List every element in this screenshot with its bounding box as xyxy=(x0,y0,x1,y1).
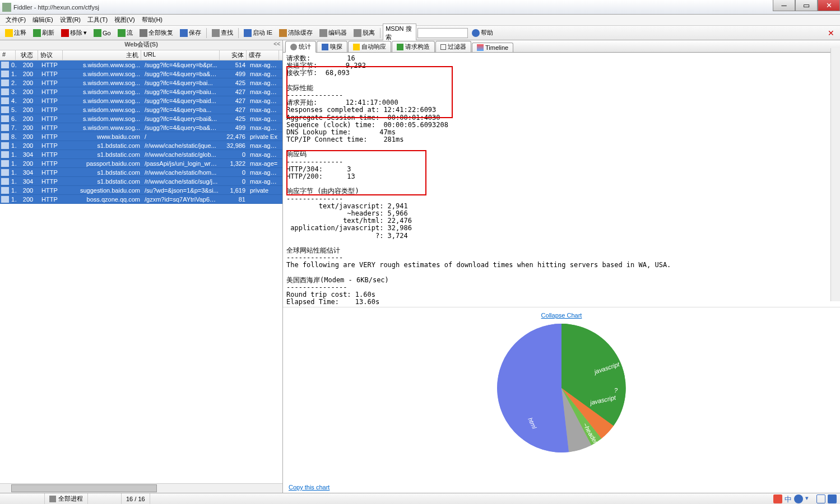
close-button[interactable]: ✕ xyxy=(818,0,840,11)
collapse-chart-link[interactable]: Collapse Chart xyxy=(541,312,582,319)
menu-tools[interactable]: 工具(T) xyxy=(84,16,111,24)
table-row[interactable]: 3200HTTPs.wisdom.www.sog.../sugg?ifc=4&q… xyxy=(0,87,282,96)
col-body[interactable]: 实体 xyxy=(220,50,247,60)
col-url[interactable]: URL xyxy=(141,50,220,60)
help-button[interactable]: 帮助 xyxy=(469,27,496,39)
find-icon xyxy=(212,29,220,37)
row-icon xyxy=(1,133,9,140)
status-icons: 中 ▾ xyxy=(773,494,840,503)
col-host[interactable]: 主机 xyxy=(63,50,141,60)
table-row[interactable]: 2200HTTPs.wisdom.www.sog.../sugg?ifc=4&q… xyxy=(0,78,282,87)
table-row[interactable]: 5200HTTPs.wisdom.www.sog.../sugg?ifc=4&q… xyxy=(0,105,282,114)
save-icon xyxy=(180,29,188,37)
status-count: 16 / 16 xyxy=(122,493,150,504)
composer-icon xyxy=(397,44,403,50)
clear-cache-icon xyxy=(279,29,287,37)
grid-header: # 状态 协议 主机 URL 实体 缓存 xyxy=(0,50,282,60)
sessions-grid[interactable]: # 状态 协议 主机 URL 实体 缓存 0200HTTPs.wisdom.ww… xyxy=(0,50,282,483)
statusbar: 全部进程 16 / 16 中 ▾ xyxy=(0,493,840,504)
row-icon xyxy=(1,142,9,149)
keyboard-icon[interactable] xyxy=(816,494,825,503)
table-row[interactable]: 0200HTTPs.wisdom.www.sog.../sugg?ifc=4&q… xyxy=(0,60,282,69)
row-icon xyxy=(1,178,9,185)
horizontal-scrollbar[interactable] xyxy=(0,483,282,493)
details-panel: 统计 嗅探 自动响应 请求构造 过滤器 Timeline 请求数: 16 发送字… xyxy=(283,40,840,493)
tab-timeline[interactable]: Timeline xyxy=(472,43,513,52)
help-icon xyxy=(472,29,480,37)
encoder-button[interactable]: 编码器 xyxy=(317,27,350,39)
decode-button[interactable]: 全部恢复 xyxy=(137,27,176,39)
tab-composer[interactable]: 请求构造 xyxy=(392,41,435,52)
red-icon[interactable] xyxy=(773,494,782,503)
launch-ie-button[interactable]: 启动 IE xyxy=(241,27,275,39)
statistics-text[interactable]: 请求数: 16 发送字节: 9,292 接收字节: 68,093 实际性能 --… xyxy=(283,53,840,307)
table-row[interactable]: 17200HTTPsuggestion.baidu.com/su?wd=&jso… xyxy=(0,186,282,195)
tab-filters[interactable]: 过滤器 xyxy=(435,41,471,52)
row-icon xyxy=(1,97,9,104)
menubar: 文件(F) 编辑(E) 设置(R) 工具(T) 视图(V) 帮助(H) xyxy=(0,15,840,26)
app-icon xyxy=(2,3,11,12)
decode-icon xyxy=(140,29,147,37)
maximize-button[interactable]: ▭ xyxy=(795,0,818,11)
table-row[interactable]: 8200HTTPwww.baidu.com/22,476private Ex xyxy=(0,132,282,141)
row-icon xyxy=(1,124,9,131)
status-allprocesses[interactable]: 全部进程 xyxy=(45,493,88,504)
remove-button[interactable]: 移除▾ xyxy=(58,27,90,39)
separator xyxy=(206,28,207,38)
col-protocol[interactable]: 协议 xyxy=(38,50,63,60)
go-icon xyxy=(94,29,101,37)
comment-icon xyxy=(5,29,13,37)
table-row[interactable]: 4200HTTPs.wisdom.www.sog.../sugg?ifc=4&q… xyxy=(0,96,282,105)
tab-autoresponder[interactable]: 自动响应 xyxy=(348,41,391,52)
remove-icon xyxy=(61,29,69,37)
row-icon xyxy=(1,88,9,95)
menu-edit[interactable]: 编辑(E) xyxy=(29,16,57,24)
stream-button[interactable]: 流 xyxy=(115,27,136,39)
table-row[interactable]: 18200HTTPboss.qzone.qq.com/gzxm?id=sq7AY… xyxy=(0,195,282,204)
gear-icon[interactable] xyxy=(828,494,837,503)
comment-button[interactable]: 注释 xyxy=(2,27,29,39)
row-icon xyxy=(1,169,9,176)
clear-cache-button[interactable]: 清除缓存 xyxy=(276,27,315,39)
col-cache[interactable]: 缓存 xyxy=(247,50,279,60)
detach-icon xyxy=(354,29,361,37)
table-row[interactable]: 16304HTTPs1.bdstatic.com/r/www/cache/sta… xyxy=(0,177,282,186)
table-row[interactable]: 14200HTTPpassport.baidu.com/passApi/js/u… xyxy=(0,159,282,168)
bolt-icon xyxy=(353,44,360,50)
minimize-button[interactable]: ─ xyxy=(773,0,795,11)
table-row[interactable]: 13304HTTPs1.bdstatic.com/r/www/cache/sta… xyxy=(0,150,282,159)
menu-view[interactable]: 视图(V) xyxy=(111,16,138,24)
refresh-button[interactable]: 刷新 xyxy=(30,27,57,39)
row-icon xyxy=(1,80,9,86)
col-id[interactable]: # xyxy=(0,50,16,60)
menu-rules[interactable]: 设置(R) xyxy=(57,16,84,24)
menu-file[interactable]: 文件(F) xyxy=(2,16,29,24)
row-icon xyxy=(1,160,9,167)
msdn-search-input[interactable] xyxy=(417,28,468,38)
row-icon xyxy=(1,196,9,203)
go-button[interactable]: Go xyxy=(91,27,114,39)
svg-text:?: ? xyxy=(614,387,618,394)
save-button[interactable]: 保存 xyxy=(177,27,204,39)
menu-help[interactable]: 帮助(H) xyxy=(138,16,166,24)
table-row[interactable]: 6200HTTPs.wisdom.www.sog.../sugg?ifc=4&q… xyxy=(0,114,282,123)
table-row[interactable]: 1200HTTPs.wisdom.www.sog.../sugg?ifc=4&q… xyxy=(0,69,282,78)
moon-icon[interactable] xyxy=(794,494,803,503)
tab-statistics[interactable]: 统计 xyxy=(285,41,316,53)
chart-area: Collapse Chart javascript ? javascript ~… xyxy=(283,307,840,493)
close-toolbar-button[interactable]: ✕ xyxy=(824,29,838,38)
copy-chart-link[interactable]: Copy this chart xyxy=(289,484,329,491)
encoder-icon xyxy=(319,29,327,37)
table-row[interactable]: 7200HTTPs.wisdom.www.sog.../sugg?ifc=4&q… xyxy=(0,123,282,132)
vertical-scrollbar[interactable] xyxy=(830,48,840,301)
find-button[interactable]: 查找 xyxy=(209,27,236,39)
tab-inspectors[interactable]: 嗅探 xyxy=(317,41,347,52)
row-icon xyxy=(1,106,9,113)
detach-button[interactable]: 脱离 xyxy=(351,27,378,39)
separator xyxy=(238,28,239,38)
row-icon xyxy=(1,115,9,122)
table-row[interactable]: 15304HTTPs1.bdstatic.com/r/www/cache/sta… xyxy=(0,168,282,177)
table-row[interactable]: 11200HTTPs1.bdstatic.com/r/www/cache/sta… xyxy=(0,141,282,150)
toolbar: 注释 刷新 移除▾ Go 流 全部恢复 保存 查找 启动 IE 清除缓存 编码器… xyxy=(0,26,840,40)
col-status[interactable]: 状态 xyxy=(16,50,38,60)
